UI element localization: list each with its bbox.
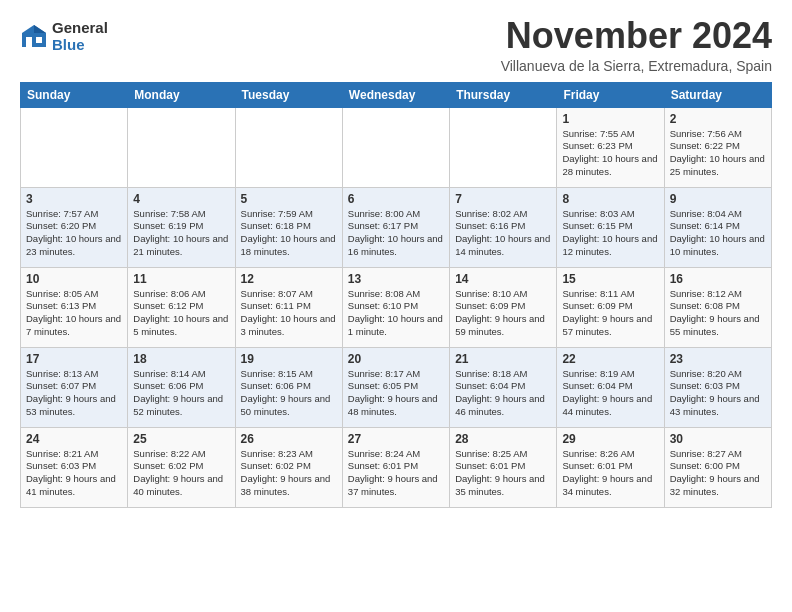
page: General Blue November 2024 Villanueva de… (0, 0, 792, 528)
col-monday: Monday (128, 82, 235, 107)
day-info: Sunrise: 8:13 AM Sunset: 6:07 PM Dayligh… (26, 368, 122, 419)
calendar-cell (342, 107, 449, 187)
calendar-cell: 4Sunrise: 7:58 AM Sunset: 6:19 PM Daylig… (128, 187, 235, 267)
logo-blue: Blue (52, 37, 108, 54)
day-number: 5 (241, 192, 337, 206)
calendar-cell (235, 107, 342, 187)
day-info: Sunrise: 8:04 AM Sunset: 6:14 PM Dayligh… (670, 208, 766, 259)
day-number: 17 (26, 352, 122, 366)
calendar-cell: 9Sunrise: 8:04 AM Sunset: 6:14 PM Daylig… (664, 187, 771, 267)
calendar-body: 1Sunrise: 7:55 AM Sunset: 6:23 PM Daylig… (21, 107, 772, 507)
col-wednesday: Wednesday (342, 82, 449, 107)
day-info: Sunrise: 7:59 AM Sunset: 6:18 PM Dayligh… (241, 208, 337, 259)
day-info: Sunrise: 8:05 AM Sunset: 6:13 PM Dayligh… (26, 288, 122, 339)
day-number: 8 (562, 192, 658, 206)
calendar-cell: 23Sunrise: 8:20 AM Sunset: 6:03 PM Dayli… (664, 347, 771, 427)
day-info: Sunrise: 8:02 AM Sunset: 6:16 PM Dayligh… (455, 208, 551, 259)
col-thursday: Thursday (450, 82, 557, 107)
day-info: Sunrise: 8:11 AM Sunset: 6:09 PM Dayligh… (562, 288, 658, 339)
day-info: Sunrise: 8:15 AM Sunset: 6:06 PM Dayligh… (241, 368, 337, 419)
calendar-cell: 24Sunrise: 8:21 AM Sunset: 6:03 PM Dayli… (21, 427, 128, 507)
day-number: 22 (562, 352, 658, 366)
header: General Blue November 2024 Villanueva de… (20, 16, 772, 74)
calendar-week-0: 1Sunrise: 7:55 AM Sunset: 6:23 PM Daylig… (21, 107, 772, 187)
logo-text: General Blue (52, 20, 108, 53)
day-number: 15 (562, 272, 658, 286)
day-info: Sunrise: 8:14 AM Sunset: 6:06 PM Dayligh… (133, 368, 229, 419)
calendar-cell: 3Sunrise: 7:57 AM Sunset: 6:20 PM Daylig… (21, 187, 128, 267)
day-number: 10 (26, 272, 122, 286)
day-info: Sunrise: 8:24 AM Sunset: 6:01 PM Dayligh… (348, 448, 444, 499)
logo-icon (20, 23, 48, 51)
col-saturday: Saturday (664, 82, 771, 107)
day-number: 11 (133, 272, 229, 286)
svg-rect-3 (36, 37, 42, 43)
day-info: Sunrise: 8:18 AM Sunset: 6:04 PM Dayligh… (455, 368, 551, 419)
day-number: 20 (348, 352, 444, 366)
calendar-cell: 28Sunrise: 8:25 AM Sunset: 6:01 PM Dayli… (450, 427, 557, 507)
calendar-cell: 6Sunrise: 8:00 AM Sunset: 6:17 PM Daylig… (342, 187, 449, 267)
day-info: Sunrise: 8:10 AM Sunset: 6:09 PM Dayligh… (455, 288, 551, 339)
calendar-table: Sunday Monday Tuesday Wednesday Thursday… (20, 82, 772, 508)
day-number: 9 (670, 192, 766, 206)
day-info: Sunrise: 8:00 AM Sunset: 6:17 PM Dayligh… (348, 208, 444, 259)
day-number: 2 (670, 112, 766, 126)
calendar-cell: 10Sunrise: 8:05 AM Sunset: 6:13 PM Dayli… (21, 267, 128, 347)
day-number: 29 (562, 432, 658, 446)
day-number: 18 (133, 352, 229, 366)
calendar-cell: 13Sunrise: 8:08 AM Sunset: 6:10 PM Dayli… (342, 267, 449, 347)
title-block: November 2024 Villanueva de la Sierra, E… (501, 16, 772, 74)
day-number: 4 (133, 192, 229, 206)
day-info: Sunrise: 8:12 AM Sunset: 6:08 PM Dayligh… (670, 288, 766, 339)
day-number: 26 (241, 432, 337, 446)
header-row: Sunday Monday Tuesday Wednesday Thursday… (21, 82, 772, 107)
day-number: 7 (455, 192, 551, 206)
day-number: 19 (241, 352, 337, 366)
calendar-cell: 16Sunrise: 8:12 AM Sunset: 6:08 PM Dayli… (664, 267, 771, 347)
day-info: Sunrise: 7:57 AM Sunset: 6:20 PM Dayligh… (26, 208, 122, 259)
calendar-week-1: 3Sunrise: 7:57 AM Sunset: 6:20 PM Daylig… (21, 187, 772, 267)
day-number: 30 (670, 432, 766, 446)
calendar-cell (128, 107, 235, 187)
calendar-week-4: 24Sunrise: 8:21 AM Sunset: 6:03 PM Dayli… (21, 427, 772, 507)
day-info: Sunrise: 8:20 AM Sunset: 6:03 PM Dayligh… (670, 368, 766, 419)
day-number: 13 (348, 272, 444, 286)
calendar-cell: 17Sunrise: 8:13 AM Sunset: 6:07 PM Dayli… (21, 347, 128, 427)
logo: General Blue (20, 20, 108, 53)
col-sunday: Sunday (21, 82, 128, 107)
day-info: Sunrise: 8:23 AM Sunset: 6:02 PM Dayligh… (241, 448, 337, 499)
day-info: Sunrise: 8:17 AM Sunset: 6:05 PM Dayligh… (348, 368, 444, 419)
calendar-cell: 18Sunrise: 8:14 AM Sunset: 6:06 PM Dayli… (128, 347, 235, 427)
calendar-cell (21, 107, 128, 187)
day-number: 14 (455, 272, 551, 286)
day-number: 6 (348, 192, 444, 206)
calendar-cell: 19Sunrise: 8:15 AM Sunset: 6:06 PM Dayli… (235, 347, 342, 427)
day-number: 12 (241, 272, 337, 286)
calendar-cell: 12Sunrise: 8:07 AM Sunset: 6:11 PM Dayli… (235, 267, 342, 347)
day-info: Sunrise: 8:08 AM Sunset: 6:10 PM Dayligh… (348, 288, 444, 339)
calendar-week-3: 17Sunrise: 8:13 AM Sunset: 6:07 PM Dayli… (21, 347, 772, 427)
calendar-cell: 20Sunrise: 8:17 AM Sunset: 6:05 PM Dayli… (342, 347, 449, 427)
location-subtitle: Villanueva de la Sierra, Extremadura, Sp… (501, 58, 772, 74)
calendar-cell: 26Sunrise: 8:23 AM Sunset: 6:02 PM Dayli… (235, 427, 342, 507)
day-info: Sunrise: 8:25 AM Sunset: 6:01 PM Dayligh… (455, 448, 551, 499)
calendar-cell (450, 107, 557, 187)
col-friday: Friday (557, 82, 664, 107)
logo-general: General (52, 20, 108, 37)
day-number: 28 (455, 432, 551, 446)
svg-marker-1 (34, 25, 46, 33)
calendar-cell: 29Sunrise: 8:26 AM Sunset: 6:01 PM Dayli… (557, 427, 664, 507)
calendar-week-2: 10Sunrise: 8:05 AM Sunset: 6:13 PM Dayli… (21, 267, 772, 347)
day-number: 25 (133, 432, 229, 446)
day-number: 3 (26, 192, 122, 206)
calendar-cell: 27Sunrise: 8:24 AM Sunset: 6:01 PM Dayli… (342, 427, 449, 507)
calendar-cell: 22Sunrise: 8:19 AM Sunset: 6:04 PM Dayli… (557, 347, 664, 427)
calendar-cell: 1Sunrise: 7:55 AM Sunset: 6:23 PM Daylig… (557, 107, 664, 187)
calendar-cell: 11Sunrise: 8:06 AM Sunset: 6:12 PM Dayli… (128, 267, 235, 347)
day-info: Sunrise: 8:07 AM Sunset: 6:11 PM Dayligh… (241, 288, 337, 339)
day-info: Sunrise: 8:03 AM Sunset: 6:15 PM Dayligh… (562, 208, 658, 259)
day-info: Sunrise: 8:21 AM Sunset: 6:03 PM Dayligh… (26, 448, 122, 499)
month-title: November 2024 (501, 16, 772, 56)
day-info: Sunrise: 8:19 AM Sunset: 6:04 PM Dayligh… (562, 368, 658, 419)
day-info: Sunrise: 7:56 AM Sunset: 6:22 PM Dayligh… (670, 128, 766, 179)
